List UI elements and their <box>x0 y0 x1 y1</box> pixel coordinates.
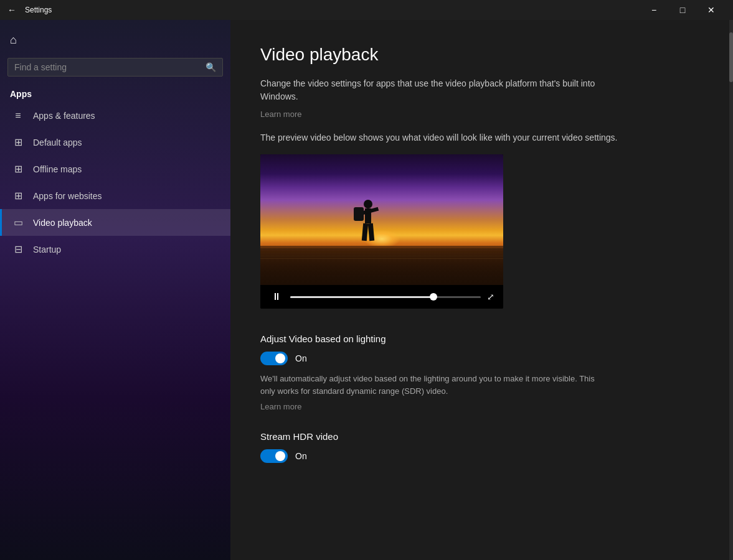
progress-fill <box>290 296 433 298</box>
search-box[interactable]: 🔍 <box>7 58 223 77</box>
setting-label-lighting: Adjust Video based on lighting <box>260 334 699 344</box>
figure-silhouette <box>352 200 384 250</box>
toggle-lighting[interactable] <box>260 352 288 365</box>
search-icon: 🔍 <box>206 62 216 72</box>
toggle-hdr[interactable] <box>260 449 288 463</box>
toggle-row-hdr: On <box>260 449 699 463</box>
toggle-state-hdr: On <box>295 451 307 461</box>
title-bar: ← Settings − □ ✕ <box>0 0 733 20</box>
title-bar-controls: − □ ✕ <box>640 0 726 20</box>
rail-line-2 <box>260 256 503 256</box>
scrollbar-track <box>729 20 733 560</box>
learn-more-link-2[interactable]: Learn more <box>260 402 699 411</box>
main-content: Video playback Change the video settings… <box>230 20 729 560</box>
back-icon[interactable]: ← <box>7 5 16 15</box>
sidebar-item-label: Default apps <box>33 138 82 147</box>
page-description: Change the video settings for apps that … <box>260 77 622 103</box>
maximize-button[interactable]: □ <box>668 0 697 20</box>
expand-button[interactable]: ⤢ <box>487 292 494 302</box>
minimize-button[interactable]: − <box>640 0 668 20</box>
close-button[interactable]: ✕ <box>697 0 726 20</box>
video-frame <box>260 154 503 285</box>
toggle-state-lighting: On <box>295 353 307 363</box>
apps-websites-icon: ⊞ <box>12 190 24 202</box>
title-bar-left: ← Settings <box>7 5 52 15</box>
toggle-knob-lighting <box>275 353 285 363</box>
setting-group-hdr: Stream HDR video On <box>260 431 699 463</box>
sidebar-item-video-playback[interactable]: ▭ Video playback <box>0 209 230 236</box>
setting-label-hdr: Stream HDR video <box>260 431 699 442</box>
search-input[interactable] <box>14 62 201 72</box>
video-controls: ⏸ ⤢ <box>260 285 503 309</box>
apps-features-icon: ≡ <box>12 110 24 121</box>
rail-line <box>260 258 503 259</box>
title-bar-title: Settings <box>25 6 52 14</box>
sidebar-item-startup[interactable]: ⊟ Startup <box>0 236 230 263</box>
play-pause-button[interactable]: ⏸ <box>269 290 284 304</box>
scrollbar-thumb[interactable] <box>729 32 733 82</box>
sidebar-section-title: Apps <box>0 84 230 103</box>
video-playback-icon: ▭ <box>12 217 24 228</box>
preview-text: The preview video below shows you what v… <box>260 131 622 144</box>
sidebar: ⌂ 🔍 Apps ≡ Apps & features ⊞ Default app… <box>0 20 230 560</box>
learn-more-link-1[interactable]: Learn more <box>260 110 699 119</box>
toggle-knob-hdr <box>275 451 285 461</box>
startup-icon: ⊟ <box>12 243 24 255</box>
page-title: Video playback <box>260 45 699 65</box>
sidebar-item-apps-features[interactable]: ≡ Apps & features <box>0 103 230 129</box>
sidebar-item-offline-maps[interactable]: ⊞ Offline maps <box>0 156 230 182</box>
setting-desc-lighting: We'll automatically adjust video based o… <box>260 373 609 397</box>
sidebar-item-label: Video playback <box>33 218 92 228</box>
app-body: ⌂ 🔍 Apps ≡ Apps & features ⊞ Default app… <box>0 20 733 560</box>
sidebar-item-label: Apps for websites <box>33 191 102 201</box>
progress-bar[interactable] <box>290 296 481 298</box>
deck-floor <box>260 248 503 285</box>
default-apps-icon: ⊞ <box>12 136 24 148</box>
home-button[interactable]: ⌂ <box>0 25 230 55</box>
home-icon: ⌂ <box>10 34 17 47</box>
progress-thumb <box>430 293 437 301</box>
sidebar-item-label: Apps & features <box>33 111 95 121</box>
deck-rail <box>260 251 503 253</box>
video-scene <box>260 154 503 285</box>
sidebar-item-default-apps[interactable]: ⊞ Default apps <box>0 129 230 156</box>
video-preview: ⏸ ⤢ <box>260 154 503 309</box>
toggle-row-lighting: On <box>260 352 699 365</box>
sidebar-item-apps-websites[interactable]: ⊞ Apps for websites <box>0 182 230 209</box>
sidebar-item-label: Startup <box>33 245 61 254</box>
sidebar-item-label: Offline maps <box>33 164 82 174</box>
offline-maps-icon: ⊞ <box>12 163 24 175</box>
setting-group-lighting: Adjust Video based on lighting On We'll … <box>260 334 699 411</box>
